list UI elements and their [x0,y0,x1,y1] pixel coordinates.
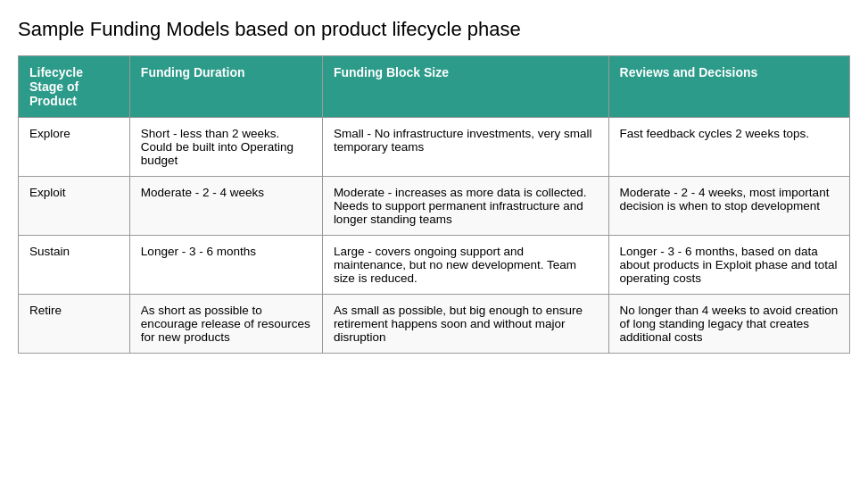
cell-duration: As short as possible to encourage releas… [129,295,322,354]
header-lifecycle: Lifecycle Stage of Product [19,56,130,118]
cell-lifecycle: Sustain [19,236,130,295]
table-header-row: Lifecycle Stage of Product Funding Durat… [19,56,850,118]
cell-reviews: Fast feedback cycles 2 weeks tops. [608,118,849,177]
header-duration: Funding Duration [129,56,322,118]
page-title: Sample Funding Models based on product l… [18,18,850,41]
table-row: ExploitModerate - 2 - 4 weeksModerate - … [19,177,850,236]
cell-block-size: Moderate - increases as more data is col… [322,177,608,236]
cell-lifecycle: Retire [19,295,130,354]
cell-lifecycle: Exploit [19,177,130,236]
table-row: SustainLonger - 3 - 6 monthsLarge - cove… [19,236,850,295]
cell-duration: Short - less than 2 weeks. Could be buil… [129,118,322,177]
funding-models-table: Lifecycle Stage of Product Funding Durat… [18,55,850,354]
cell-block-size: As small as possible, but big enough to … [322,295,608,354]
cell-lifecycle: Explore [19,118,130,177]
header-reviews: Reviews and Decisions [608,56,849,118]
cell-reviews: Longer - 3 - 6 months, based on data abo… [608,236,849,295]
cell-duration: Longer - 3 - 6 months [129,236,322,295]
table-row: ExploreShort - less than 2 weeks. Could … [19,118,850,177]
cell-block-size: Large - covers ongoing support and maint… [322,236,608,295]
header-block-size: Funding Block Size [322,56,608,118]
cell-reviews: Moderate - 2 - 4 weeks, most important d… [608,177,849,236]
cell-duration: Moderate - 2 - 4 weeks [129,177,322,236]
table-row: RetireAs short as possible to encourage … [19,295,850,354]
cell-block-size: Small - No infrastructure investments, v… [322,118,608,177]
cell-reviews: No longer than 4 weeks to avoid creation… [608,295,849,354]
